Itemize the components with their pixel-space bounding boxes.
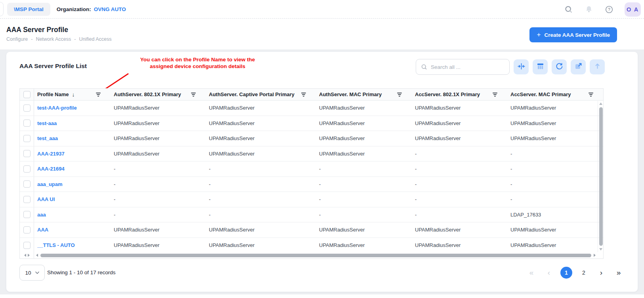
vertical-scrollbar[interactable] (598, 101, 603, 252)
cell-auth-mac: UPAMRadiusServer (316, 131, 412, 146)
cell-acc-8021x: - (412, 146, 507, 161)
profile-name-cell: AAA (34, 222, 111, 237)
row-checkbox[interactable] (23, 165, 31, 173)
cell-acc-mac: UPAMRadiusServer (507, 238, 603, 253)
cell-auth-mac: UPAMRadiusServer (316, 146, 412, 161)
column-chooser-button[interactable] (533, 59, 548, 74)
profile-name-cell: aaa (34, 207, 111, 222)
row-checkbox[interactable] (23, 104, 31, 112)
scroll-right-arrow[interactable] (594, 254, 596, 257)
records-summary: Showing 1 - 10 of 17 records (47, 270, 116, 275)
row-checkbox[interactable] (23, 242, 31, 249)
cell-acc-mac: - (507, 192, 603, 207)
profile-name-link[interactable]: test-aaa (37, 120, 57, 126)
organization: Organization: OVNG AUTO (57, 6, 126, 12)
row-checkbox[interactable] (23, 135, 31, 142)
profile-name-link[interactable]: aaa (37, 212, 46, 218)
msp-portal-button[interactable]: \MSP Portal (7, 3, 50, 16)
page-title: AAA Server Profile (6, 26, 68, 34)
row-checkbox-cell (20, 238, 34, 253)
pagination-page-2[interactable]: 2 (578, 267, 590, 279)
cell-acc-8021x: - (412, 177, 507, 192)
pagination-last-icon[interactable]: » (613, 267, 625, 279)
scroll-left-arrow[interactable] (36, 254, 38, 257)
cell-acc-8021x: UPAMRadiusServer (412, 131, 507, 146)
profile-name-link[interactable]: AAA (37, 227, 48, 233)
cell-auth-8021x: UPAMRadiusServer (111, 131, 206, 146)
export-button[interactable] (571, 59, 586, 74)
profile-name-link[interactable]: test-AAA-profile (37, 105, 77, 111)
column-header-profile-name[interactable]: Profile Name ↓ (34, 89, 111, 100)
scroll-down-arrow[interactable] (599, 248, 602, 251)
filter-icon[interactable] (588, 92, 594, 97)
column-header-captive-portal[interactable]: AuthServer. Captive Portal Primary (206, 89, 316, 100)
pagination-next-icon[interactable]: › (595, 267, 607, 279)
profile-name-link[interactable]: __TTLS - AUTO (37, 242, 75, 248)
cell-captive-portal: UPAMRadiusServer (206, 101, 316, 116)
cell-captive-portal: UPAMRadiusServer (206, 222, 316, 237)
filter-icon[interactable] (96, 92, 101, 97)
filter-icon[interactable] (301, 92, 306, 97)
row-checkbox-cell (20, 222, 34, 237)
row-checkbox[interactable] (23, 211, 31, 218)
pagination: « ‹ 1 2 › » (526, 267, 625, 279)
create-aaa-server-profile-button[interactable]: + Create AAA Server Profile (529, 27, 617, 42)
search-field (416, 59, 510, 75)
pagination-prev-icon[interactable]: ‹ (543, 267, 555, 279)
page-size-select[interactable]: 10 (19, 265, 45, 281)
profile-name-link[interactable]: AAA-21694 (37, 166, 65, 172)
column-header-auth-8021x[interactable]: AuthServer. 802.1X Primary (111, 89, 206, 100)
cell-acc-mac: - (507, 161, 603, 177)
upload-button[interactable] (590, 59, 605, 74)
vertical-scrollbar-thumb[interactable] (599, 107, 603, 246)
svg-text:?: ? (608, 7, 610, 11)
profile-name-link[interactable]: test_aaa (37, 135, 58, 141)
profile-name-link[interactable]: AAA UI (37, 196, 55, 202)
cell-auth-mac: - (316, 192, 412, 207)
table-body: test-AAA-profile UPAMRadiusServer UPAMRa… (20, 101, 603, 253)
pagination-first-icon[interactable]: « (526, 267, 537, 279)
column-header-acc-8021x[interactable]: AccServer. 802.1X Primary (412, 89, 507, 100)
column-chooser-icon (536, 62, 545, 72)
profile-name-cell: test_aaa (34, 131, 111, 146)
aaa-profile-table: Profile Name ↓ AuthServer. 802.1X Primar… (19, 88, 604, 259)
horizontal-scroll-track[interactable] (34, 254, 598, 257)
refresh-button[interactable] (552, 59, 567, 74)
horizontal-scrollbar-thumb[interactable] (40, 254, 591, 257)
row-checkbox[interactable] (23, 150, 31, 157)
row-checkbox[interactable] (23, 120, 31, 127)
search-input[interactable] (431, 64, 504, 70)
cell-acc-8021x: - (412, 161, 507, 177)
help-icon[interactable]: ? (604, 5, 614, 14)
cell-auth-mac: UPAMRadiusServer (316, 101, 412, 116)
filter-icon[interactable] (191, 92, 196, 97)
chevron-down-icon (35, 271, 39, 274)
profile-name-link[interactable]: AAA-21937 (37, 151, 65, 157)
horizontal-scrollbar[interactable] (20, 252, 598, 258)
organization-value[interactable]: OVNG AUTO (94, 6, 126, 12)
filter-icon[interactable] (397, 92, 402, 97)
row-checkbox-cell (20, 161, 34, 177)
row-checkbox-cell (20, 146, 34, 161)
collapsed-sidebar-stub[interactable] (0, 2, 4, 16)
cell-auth-8021x: UPAMRadiusServer (111, 238, 206, 253)
select-all-checkbox[interactable] (23, 91, 31, 98)
avatar[interactable]: O A (625, 2, 641, 17)
row-checkbox[interactable] (23, 196, 31, 203)
sort-descending-icon[interactable]: ↓ (72, 91, 75, 98)
profile-name-link[interactable]: aaa_upam (37, 181, 63, 187)
search-icon[interactable] (564, 5, 573, 14)
fit-columns-button[interactable] (514, 59, 529, 74)
pagination-page-1[interactable]: 1 (560, 267, 572, 279)
row-checkbox[interactable] (23, 180, 31, 188)
bell-icon[interactable] (584, 5, 594, 14)
column-header-acc-mac[interactable]: AccServer. MAC Primary (507, 89, 603, 100)
row-checkbox[interactable] (23, 226, 31, 233)
column-header-auth-mac[interactable]: AuthServer. MAC Primary (316, 89, 412, 100)
breadcrumb-separator: - (31, 36, 32, 42)
scroll-up-arrow[interactable] (599, 102, 602, 105)
scroll-right-arrow[interactable] (28, 254, 30, 257)
filter-icon[interactable] (492, 92, 498, 97)
scroll-left-arrow[interactable] (24, 254, 26, 257)
cell-acc-mac: - (507, 177, 603, 192)
